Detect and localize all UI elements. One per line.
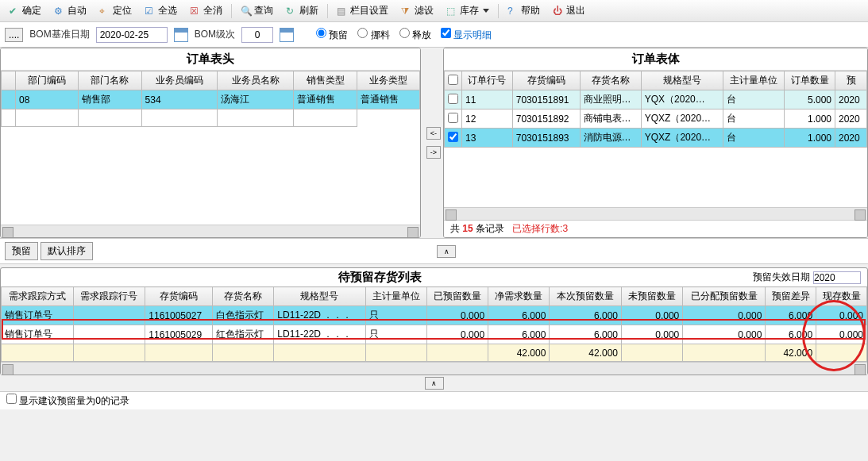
cell[interactable]: 42.000: [766, 344, 816, 362]
bom-date-input[interactable]: [96, 27, 168, 43]
exit-button[interactable]: ⏻退出: [547, 2, 591, 20]
reserve-button[interactable]: 预留: [5, 242, 38, 260]
cell[interactable]: 台: [723, 90, 785, 109]
col-header[interactable]: 存货名称: [213, 287, 274, 306]
cell[interactable]: 7030151892: [512, 109, 580, 129]
filter-button[interactable]: ⧩滤设: [395, 2, 439, 20]
row-checkbox[interactable]: [448, 132, 458, 142]
auto-button[interactable]: ⚙自动: [48, 2, 92, 20]
collapse-right-button[interactable]: ->: [426, 146, 441, 159]
cell[interactable]: 0.000: [683, 325, 766, 344]
col-header[interactable]: 订单行号: [462, 71, 513, 90]
col-header[interactable]: 需求跟踪行号: [73, 287, 145, 306]
cell[interactable]: 0.000: [622, 306, 683, 325]
cell[interactable]: 0.000: [622, 325, 683, 344]
row-checkbox[interactable]: [448, 113, 458, 123]
cell[interactable]: 534: [141, 90, 218, 109]
collapse-left-button[interactable]: <-: [426, 127, 441, 140]
cell[interactable]: 11: [462, 90, 513, 109]
col-header[interactable]: 业务员编码: [141, 71, 218, 90]
cell[interactable]: 1.000: [785, 129, 835, 148]
col-header[interactable]: 净需求数量: [488, 287, 550, 306]
col-header[interactable]: 部门名称: [79, 71, 141, 90]
cell[interactable]: 白色指示灯: [213, 306, 274, 325]
cell[interactable]: 0.000: [426, 325, 488, 344]
radio-material[interactable]: 挪料: [357, 28, 389, 42]
cell[interactable]: 销售订单号: [2, 325, 74, 344]
expire-date-input[interactable]: [813, 271, 861, 284]
col-header[interactable]: 规格型号: [274, 287, 365, 306]
table-row[interactable]: 137030151893消防电源…YQXZ（2020…台1.0002020: [445, 129, 867, 148]
table-row[interactable]: 117030151891商业照明…YQX（2020…台5.0002020: [445, 90, 867, 109]
col-header[interactable]: 主计量单位: [365, 287, 426, 306]
cell[interactable]: 08: [16, 90, 79, 109]
cell[interactable]: 销售订单号: [2, 306, 74, 325]
collapse-up-button-2[interactable]: ∧: [425, 377, 444, 390]
confirm-button[interactable]: ✔确定: [3, 2, 47, 20]
col-header[interactable]: 已分配预留数量: [683, 287, 766, 306]
cell[interactable]: 商铺电表…: [580, 109, 641, 129]
selectall-button[interactable]: ☑全选: [139, 2, 183, 20]
cell[interactable]: [426, 344, 488, 362]
help-button[interactable]: ?帮助: [502, 2, 546, 20]
col-header[interactable]: 规格型号: [641, 71, 723, 90]
cell[interactable]: 2020: [835, 129, 867, 148]
cell[interactable]: [213, 344, 274, 362]
cell[interactable]: LD11-22D ．．．: [274, 325, 365, 344]
default-sort-button[interactable]: 默认排序: [41, 242, 93, 260]
cell[interactable]: 销售部: [79, 90, 141, 109]
col-header[interactable]: 存货编码: [145, 287, 213, 306]
col-header[interactable]: 现存数量: [816, 287, 867, 306]
locate-button[interactable]: ⌖定位: [94, 2, 137, 20]
order-body-grid[interactable]: 订单行号存货编码存货名称规格型号主计量单位订单数量预117030151891商业…: [444, 71, 867, 207]
pending-reserve-grid[interactable]: 需求跟踪方式需求跟踪行号存货编码存货名称规格型号主计量单位已预留数量净需求数量本…: [1, 286, 867, 362]
cell[interactable]: 6.000: [766, 306, 816, 325]
cell[interactable]: [622, 344, 683, 362]
show-zero-hint[interactable]: 显示建议预留量为0的记录: [6, 395, 129, 406]
col-header[interactable]: 销售类型: [294, 71, 357, 90]
cell[interactable]: 1161005027: [145, 306, 213, 325]
col-header[interactable]: 主计量单位: [723, 71, 785, 90]
col-header[interactable]: 业务类型: [357, 71, 419, 90]
cell[interactable]: 2020: [835, 109, 867, 129]
cell[interactable]: 6.000: [488, 306, 550, 325]
hscroll-bottom[interactable]: [1, 362, 867, 375]
col-header[interactable]: 本次预留数量: [550, 287, 622, 306]
selectnone-button[interactable]: ☒全消: [184, 2, 228, 20]
cell[interactable]: 6.000: [550, 325, 622, 344]
calc-icon[interactable]: [280, 28, 294, 42]
cell[interactable]: LD11-22D ．．．: [274, 306, 365, 325]
cell[interactable]: 只: [365, 306, 426, 325]
cell[interactable]: 普通销售: [294, 90, 357, 109]
cell[interactable]: 42.000: [550, 344, 622, 362]
col-header[interactable]: 业务员名称: [218, 71, 294, 90]
cell[interactable]: 台: [723, 109, 785, 129]
selectall-checkbox[interactable]: [448, 75, 458, 85]
cell[interactable]: 商业照明…: [580, 90, 641, 109]
cell[interactable]: 6.000: [550, 306, 622, 325]
hscroll-right[interactable]: [444, 207, 867, 220]
table-row[interactable]: 销售订单号1161005029红色指示灯LD11-22D ．．．只0.0006.…: [2, 325, 867, 344]
col-header[interactable]: 未预留数量: [622, 287, 683, 306]
cell[interactable]: [73, 325, 145, 344]
table-row[interactable]: 销售订单号1161005027白色指示灯LD11-22D ．．．只0.0006.…: [2, 306, 867, 325]
table-row[interactable]: 42.00042.00042.000: [2, 344, 867, 362]
col-header[interactable]: 存货名称: [580, 71, 641, 90]
cell[interactable]: 13: [462, 129, 513, 148]
cell[interactable]: [683, 344, 766, 362]
bom-lookup-button[interactable]: ....: [5, 28, 23, 42]
col-header[interactable]: 订单数量: [785, 71, 835, 90]
cell[interactable]: 汤海江: [218, 90, 294, 109]
cell[interactable]: 台: [723, 129, 785, 148]
cell[interactable]: 12: [462, 109, 513, 129]
stock-button[interactable]: ⬚库存: [441, 2, 495, 20]
col-header[interactable]: 存货编码: [512, 71, 580, 90]
cell[interactable]: [145, 344, 213, 362]
cell[interactable]: 5.000: [785, 90, 835, 109]
collapse-up-button[interactable]: ∧: [437, 245, 456, 258]
bom-level-input[interactable]: [241, 27, 273, 43]
row-checkbox[interactable]: [448, 94, 458, 104]
cell[interactable]: 红色指示灯: [213, 325, 274, 344]
cell[interactable]: 只: [365, 325, 426, 344]
col-header[interactable]: 已预留数量: [426, 287, 488, 306]
